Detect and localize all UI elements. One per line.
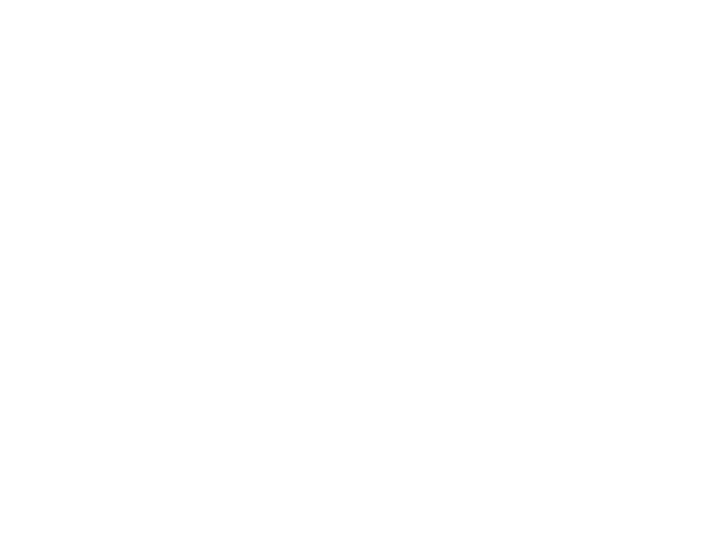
slide	[0, 0, 720, 540]
